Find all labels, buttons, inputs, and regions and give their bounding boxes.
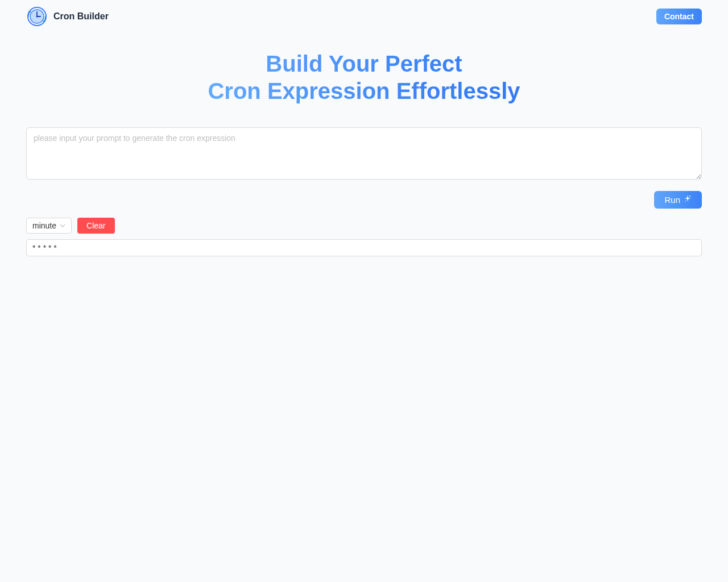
hero-title: Build Your Perfect Cron Expression Effor… [26, 50, 702, 105]
hero-title-line2: Cron Expression Effortlessly [208, 78, 520, 103]
controls-row: minute Clear [26, 218, 702, 234]
logo-section: Cron Builder [26, 6, 109, 27]
cron-expression-output[interactable] [26, 239, 702, 256]
period-select[interactable]: minute [26, 218, 72, 234]
sparkle-icon [684, 195, 692, 205]
main-content: Build Your Perfect Cron Expression Effor… [0, 33, 728, 273]
svg-point-4 [36, 16, 38, 18]
hero-title-line1: Build Your Perfect [266, 51, 462, 76]
logo-text: Cron Builder [53, 11, 109, 22]
chevron-down-icon [60, 221, 65, 230]
header: Cron Builder Contact [0, 0, 728, 33]
contact-button[interactable]: Contact [656, 9, 702, 24]
svg-point-7 [689, 196, 690, 197]
run-button[interactable]: Run [654, 191, 702, 209]
run-button-label: Run [664, 195, 680, 205]
clock-logo-icon [26, 6, 48, 27]
svg-point-8 [685, 201, 686, 202]
prompt-input[interactable] [26, 127, 702, 180]
run-row: Run [26, 191, 702, 209]
period-select-value: minute [32, 221, 56, 230]
clear-button[interactable]: Clear [77, 218, 114, 234]
